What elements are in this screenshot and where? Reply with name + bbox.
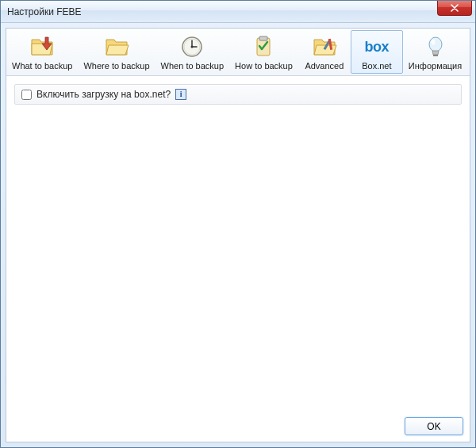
lightbulb-icon [423, 34, 448, 59]
clipboard-check-icon [251, 34, 276, 59]
tab-label: How to backup [235, 61, 293, 71]
tab-toolbar: What to backup Where to backup [6, 29, 470, 76]
tab-label: Where to backup [83, 61, 149, 71]
enable-boxnet-checkbox[interactable] [21, 90, 32, 100]
tab-label: Advanced [305, 61, 344, 71]
folder-open-icon [104, 34, 129, 59]
tab-what-to-backup[interactable]: What to backup [6, 30, 78, 74]
settings-window: Настройки FEBE What to backup [0, 0, 476, 448]
ok-button[interactable]: OK [405, 417, 463, 435]
info-icon[interactable]: i [175, 89, 186, 100]
svg-rect-6 [259, 36, 267, 40]
svg-point-4 [191, 46, 194, 48]
tab-label: What to backup [12, 61, 72, 71]
svg-point-11 [431, 40, 435, 45]
option-enable-boxnet: Включить загрузку на box.net? i [14, 84, 462, 105]
tab-information[interactable]: Информация [403, 30, 467, 74]
box-logo-icon: box [364, 34, 390, 59]
close-icon [451, 4, 459, 12]
enable-boxnet-label: Включить загрузку на box.net? [36, 89, 171, 100]
tab-label: When to backup [161, 61, 225, 71]
dialog-footer: OK [405, 417, 463, 435]
tab-label: Информация [409, 61, 462, 71]
svg-rect-10 [433, 55, 438, 56]
tab-when-to-backup[interactable]: When to backup [155, 30, 230, 74]
close-button[interactable] [437, 1, 472, 16]
tab-where-to-backup[interactable]: Where to backup [78, 30, 155, 74]
folder-tools-icon [312, 34, 337, 59]
tab-boxnet[interactable]: box Box.net [351, 30, 403, 74]
titlebar: Настройки FEBE [1, 1, 475, 23]
svg-point-9 [429, 37, 442, 52]
folder-arrow-icon [29, 34, 55, 59]
clock-icon [179, 34, 205, 59]
content-area: What to backup Where to backup [6, 28, 470, 442]
tab-advanced[interactable]: Advanced [298, 30, 351, 74]
tab-label: Box.net [362, 61, 391, 71]
tab-panel-boxnet: Включить загрузку на box.net? i [6, 76, 470, 442]
tab-how-to-backup[interactable]: How to backup [229, 30, 298, 74]
window-title: Настройки FEBE [7, 6, 82, 17]
